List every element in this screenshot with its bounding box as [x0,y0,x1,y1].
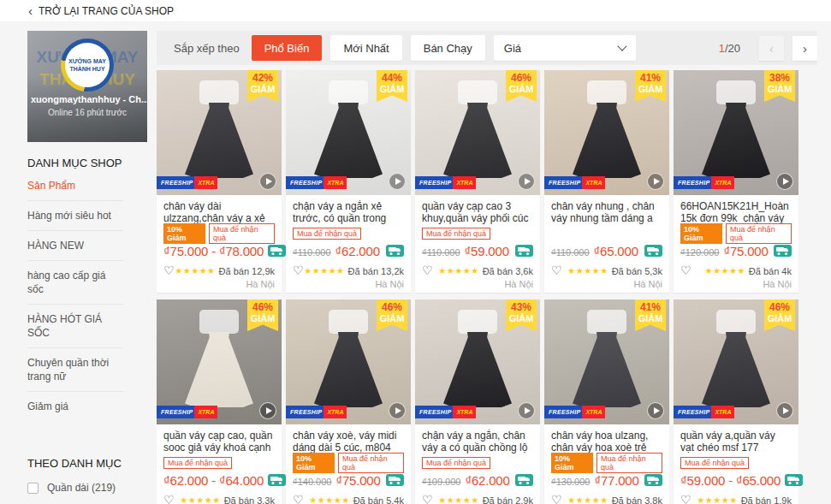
freeship-truck-icon [268,474,286,489]
play-icon[interactable] [518,173,535,190]
sale-price: ₫62.000 [465,473,509,488]
freeship-xtra-badge: FREESHIP XTRA [157,406,217,418]
model-top-silhouette [329,310,368,334]
freeship-truck-icon [774,245,792,260]
product-title: chân váy nhung , chân váy nhung tầm dáng… [551,200,662,224]
back-to-shop-link[interactable]: ‹ TRỞ LẠI TRANG CỦA SHOP [28,4,174,17]
product-image: 42% GIẢM FREESHIP XTRA [157,70,282,195]
sort-newest-button[interactable]: Mới Nhất [330,35,401,61]
star-rating: ★★★★★ [309,495,349,504]
model-top-silhouette [716,310,756,334]
sold-count: Đã bán 2,9k [483,495,533,504]
gift-badge: Mua để nhận quà [422,228,490,240]
price-row: ₫110.000 ₫65.000 [551,244,662,261]
checkbox[interactable] [27,483,39,494]
sidebar-item[interactable]: Chuyên quần thời trang nữ [27,348,123,392]
sidebar-item-active[interactable]: Sản Phẩm [27,171,123,201]
pagination-info: 1/20 [719,42,740,55]
heart-icon[interactable]: ♡ [680,265,692,276]
product-title: quần váy cạp cao, quần sooc giả váy khoá… [163,430,275,454]
heart-icon[interactable]: ♡ [163,495,175,504]
freeship-label: FREESHIP [674,176,711,189]
play-icon[interactable] [389,402,406,419]
sort-bestselling-button[interactable]: Bán Chạy [411,35,485,61]
sidebar-item[interactable]: HÀNG NEW [27,231,123,261]
skirt-silhouette [314,103,383,178]
gift-badge: Mua để nhận quà [597,453,662,473]
xtra-label: XTRA [711,406,734,418]
heart-icon[interactable]: ♡ [163,265,175,276]
play-icon[interactable] [647,173,664,190]
product-card[interactable]: 46% GIẢM FREESHIP XTRA quần váy cạp cao,… [157,299,282,504]
freeship-label: FREESHIP [674,406,711,418]
shop-banner[interactable]: XƯỞNG MAYTHÀNH HUY XƯỞNG MAY THÀNH HUY x… [27,31,147,142]
play-icon[interactable] [259,173,276,190]
prev-page-button[interactable]: ‹ [759,36,784,61]
rating-row: ♡ ★★★★★ Đã bán 13,2k [293,265,404,276]
play-icon[interactable] [776,402,793,419]
original-price: ₫140.000 [293,477,331,487]
freeship-label: FREESHIP [415,406,453,418]
rating-row: ♡ ★★★★★ Đã bán 3,8k [551,495,662,504]
play-icon[interactable] [259,402,276,419]
freeship-label: FREESHIP [157,176,194,189]
star-rating: ★★★★★ [175,266,215,276]
product-location: Hà Nội [551,279,662,289]
filter-row[interactable]: Quần dài (219) [27,482,147,494]
gift-badge: Mua để nhận quà [163,457,232,469]
original-price: ₫120.000 [680,247,719,258]
product-area: Sắp xếp theo Phổ Biến Mới Nhất Bán Chạy … [157,31,817,504]
product-card[interactable]: 46% GIẢM FREESHIP XTRA chân váy xoè, váy… [286,299,411,504]
heart-icon[interactable]: ♡ [422,265,433,276]
gift-badge: Mua để nhận quà [293,228,361,240]
discount-label: GIẢM [764,313,795,324]
play-icon[interactable] [647,402,664,419]
product-card[interactable]: 46% GIẢM FREESHIP XTRA quần váy cạp cao … [415,70,540,293]
sidebar-item[interactable]: hàng cao cấp giá sốc [27,261,123,305]
topbar: ‹ TRỞ LẠI TRANG CỦA SHOP [0,0,831,22]
freeship-label: FREESHIP [544,406,582,418]
price-row: ₫130.000 ₫77.000 [551,473,662,490]
heart-icon[interactable]: ♡ [551,495,562,504]
product-card[interactable]: 41% GIẢM FREESHIP XTRA chân váy hoa ulza… [544,299,669,504]
product-card[interactable]: 43% GIẢM FREESHIP XTRA chận váy a ngắn, … [415,299,540,504]
product-card[interactable]: 46% GIẢM FREESHIP XTRA quần váy a,quần v… [674,299,798,504]
sidebar-item[interactable]: Giảm giá [27,392,123,421]
heart-icon[interactable]: ♡ [551,265,562,276]
discount-label: GIẢM [764,84,795,95]
model-top-silhouette [458,80,497,104]
sold-count: Đã bán 5,3k [612,266,662,276]
heart-icon[interactable]: ♡ [422,495,433,504]
original-price: ₫110.000 [422,247,460,258]
sidebar-item[interactable]: Hàng mới siêu hot [27,201,123,231]
product-card[interactable]: 38% GIẢM FREESHIP XTRA 66HOAN15K21H_Hoàn… [674,70,798,293]
product-card[interactable]: 42% GIẢM FREESHIP XTRA chân váy dài ulzz… [157,70,282,293]
heart-icon[interactable]: ♡ [293,495,304,504]
price-sort-dropdown[interactable]: Giá [494,35,636,61]
product-title: chân váy dài ulzzang,chân váy a xẻ cạnh,… [163,200,275,224]
sold-count: Đã bán 13,2k [348,266,404,276]
badge-row: 10% Giảm Mua để nhận quà [551,456,662,470]
heart-icon[interactable]: ♡ [680,495,692,504]
chevron-left-icon: ‹ [28,4,33,17]
shop-logo: XƯỞNG MAY THÀNH HUY [61,39,114,92]
price-row: ₫120.000 ₫75.000 [680,244,792,261]
price-row: ₫110.000 ₫62.000 [293,244,404,261]
sort-popular-button[interactable]: Phổ Biến [252,35,323,61]
play-icon[interactable] [389,173,406,190]
sidebar-item[interactable]: HÀNG HÓT GIÁ SỐC [27,305,123,348]
product-card[interactable]: 44% GIẢM FREESHIP XTRA chận váy a ngắn x… [286,70,411,293]
play-icon[interactable] [776,173,793,190]
rating-row: ♡ ★★★★★ Đã bán 12,9k [163,265,275,276]
play-icon[interactable] [518,402,535,419]
discount-badge: 46% GIẢM [377,299,407,331]
discount-badge: 46% GIẢM [247,299,278,331]
next-page-button[interactable]: › [792,36,817,61]
model-top-silhouette [199,80,239,104]
voucher-badge: 10% Giảm [293,453,335,473]
heart-icon[interactable]: ♡ [293,265,304,276]
xtra-label: XTRA [453,406,476,418]
product-card[interactable]: 41% GIẢM FREESHIP XTRA chân váy nhung , … [544,70,669,293]
xtra-label: XTRA [194,176,217,189]
rating-row: ♡ ★★★★★ Đã bán 5,3k [551,265,662,276]
